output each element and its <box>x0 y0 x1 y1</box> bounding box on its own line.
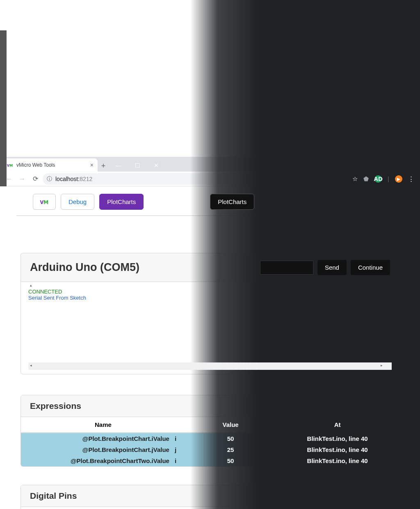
address-bar[interactable]: ⓘ localhost:8212 <box>43 173 348 185</box>
avast-icon[interactable]: ▸ <box>395 175 402 183</box>
col-value: Value <box>185 417 276 433</box>
col-name: Name <box>21 417 185 433</box>
page-scrollbar[interactable] <box>0 30 7 186</box>
debug-button[interactable]: Debug <box>61 194 94 210</box>
expression-row[interactable]: @Plot.BreakpointChart.iValuei50BlinkTest… <box>21 433 399 444</box>
extension-icon[interactable]: ⬟ <box>363 175 369 183</box>
close-window-icon[interactable]: ✕ <box>147 159 166 172</box>
tab-title: vMicro Web Tools <box>16 162 55 168</box>
site-info-icon[interactable]: ⓘ <box>47 175 52 183</box>
arduino-title: Arduino Uno (COM5) <box>30 261 139 274</box>
arduino-card: Arduino Uno (COM5) Send Continue CONNECT… <box>21 253 399 374</box>
close-tab-icon[interactable]: × <box>90 162 94 168</box>
serial-message: Serial Sent From Sketch <box>28 295 392 301</box>
console-horizontal-scrollbar[interactable] <box>28 362 392 370</box>
reload-icon[interactable]: ⟳ <box>30 173 41 185</box>
expression-row[interactable]: @Plot.BreakpointChart.jValuej25BlinkTest… <box>21 444 399 455</box>
send-button[interactable]: Send <box>317 260 347 275</box>
minimize-icon[interactable]: ― <box>109 159 128 172</box>
browser-menu-icon[interactable]: ⋮ <box>408 175 414 183</box>
star-icon[interactable]: ☆ <box>352 175 358 183</box>
plotcharts-button[interactable]: PlotCharts <box>99 194 144 210</box>
send-input[interactable] <box>260 261 313 275</box>
url-host: localhost:8212 <box>55 176 92 182</box>
connection-status: CONNECTED <box>28 289 392 295</box>
expressions-title: Expressions <box>21 395 399 417</box>
digital-pins-card: Digital Pins 0: OFF1: OFF2: OFF3: OFF4: … <box>21 485 399 509</box>
expressions-card: Expressions Name Value At @Plot.Breakpoi… <box>21 395 399 467</box>
logo-icon: vᴍ <box>39 198 50 206</box>
expression-row[interactable]: @Plot.BreakpointChartTwo.iValuei50BlinkT… <box>21 455 399 466</box>
col-at: At <box>276 417 399 433</box>
browser-tab[interactable]: vᴍ vMicro Web Tools × <box>2 158 98 172</box>
logo-button[interactable]: vᴍ <box>33 194 56 210</box>
favicon-icon: vᴍ <box>7 162 13 168</box>
forward-icon[interactable]: → <box>16 173 28 185</box>
plotcharts-button-dark[interactable]: PlotCharts <box>210 194 254 210</box>
continue-button[interactable]: Continue <box>351 260 390 275</box>
new-tab-button[interactable]: + <box>98 160 109 172</box>
maximize-icon[interactable]: ☐ <box>128 159 147 172</box>
digital-pins-title: Digital Pins <box>21 485 399 507</box>
ad-badge-icon[interactable]: AD <box>374 175 382 183</box>
